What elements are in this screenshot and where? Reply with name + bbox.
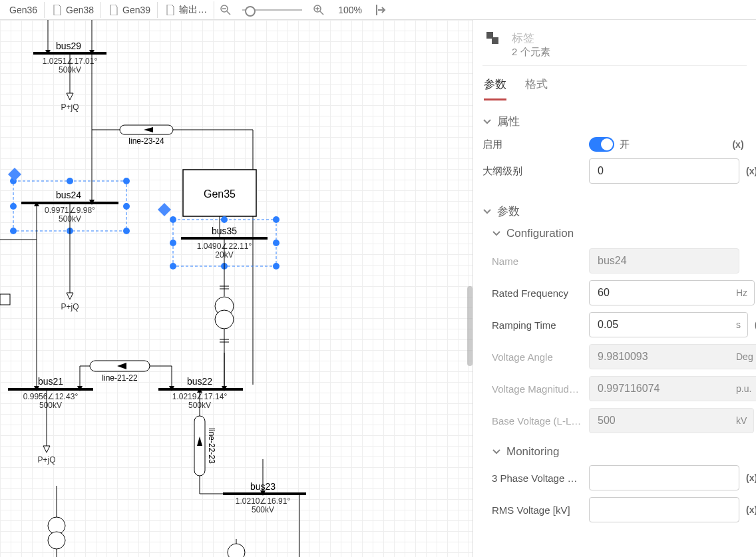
- bus21-val1: 0.9956∠12.43°: [23, 392, 79, 401]
- freq-label: Rated Frequency: [482, 287, 582, 299]
- gen35-label: Gen35: [204, 188, 236, 200]
- freq-input[interactable]: [596, 286, 732, 299]
- svg-point-43: [170, 263, 176, 270]
- bus24-load: P+jQ: [61, 302, 79, 311]
- zoom-slider[interactable]: [242, 9, 302, 11]
- svg-point-27: [10, 203, 17, 210]
- line-23-24-label: line-23-24: [128, 136, 164, 146]
- zoom-out-icon: [220, 4, 232, 16]
- svg-point-22: [67, 178, 73, 184]
- bus35-label: bus35: [212, 226, 237, 236]
- tab-gen36[interactable]: Gen36: [3, 2, 45, 18]
- zoom-label: 100%: [330, 5, 370, 15]
- chevron-down-icon: [482, 117, 492, 126]
- svg-point-42: [273, 216, 280, 223]
- svg-point-24: [10, 228, 17, 234]
- tab-gen39[interactable]: Gen39: [102, 2, 158, 18]
- ph3-label: 3 Phase Voltage Ve…: [482, 472, 582, 484]
- svg-marker-48: [158, 203, 171, 216]
- svg-point-85: [228, 544, 245, 557]
- freq-unit: Hz: [736, 287, 747, 298]
- bus29-load: P+jQ: [61, 102, 79, 112]
- file-icon: [53, 5, 62, 15]
- vbase-unit: kV: [736, 415, 747, 426]
- bus23-val2: 500kV: [252, 505, 274, 514]
- zoom-in-icon: [313, 4, 325, 16]
- diagram-canvas[interactable]: bus29 1.0251∠17.01° 500kV P+jQ line-23-2…: [0, 20, 472, 557]
- tab-output[interactable]: 输出…: [159, 1, 214, 19]
- reset-button[interactable]: (x): [746, 166, 756, 176]
- file-icon: [109, 5, 118, 15]
- svg-point-46: [170, 240, 176, 246]
- reset-button[interactable]: (x): [746, 472, 756, 483]
- bus21-load: P+jQ: [37, 455, 55, 464]
- section-params[interactable]: 参数: [482, 204, 747, 219]
- toolbar: Gen36 Gen38 Gen39 输出… 100%: [0, 0, 756, 20]
- rms-label: RMS Voltage [kV]: [482, 504, 582, 516]
- ramp-input[interactable]: [596, 318, 732, 331]
- panel-subtitle: 2 个元素: [512, 46, 550, 59]
- file-icon: [166, 5, 175, 15]
- multi-select-icon: [486, 31, 502, 47]
- svg-marker-59: [43, 446, 50, 453]
- svg-line-4: [320, 11, 323, 15]
- vmag-label: Voltage Magnitude …: [482, 383, 582, 395]
- bus29-label: bus29: [56, 41, 81, 51]
- fit-button[interactable]: [371, 3, 393, 17]
- svg-rect-80: [0, 294, 10, 305]
- section-attributes[interactable]: 属性: [482, 114, 747, 129]
- svg-marker-29: [8, 168, 21, 181]
- fit-icon: [375, 5, 389, 15]
- svg-point-28: [123, 203, 130, 210]
- chevron-down-icon: [492, 447, 501, 457]
- chevron-down-icon: [482, 207, 492, 216]
- bus24-label: bus24: [56, 190, 81, 200]
- tab-format[interactable]: 格式: [525, 70, 548, 100]
- svg-point-26: [123, 228, 130, 234]
- bus23-label: bus23: [250, 481, 276, 492]
- section-configuration[interactable]: Configuration: [492, 227, 747, 240]
- tab-parameters[interactable]: 参数: [484, 70, 506, 100]
- panel-title: 标签: [512, 31, 550, 46]
- zoom-in-button[interactable]: [309, 3, 329, 17]
- svg-point-40: [170, 216, 176, 223]
- panel-tabs: 参数 格式: [482, 66, 747, 100]
- line-21-22-label: line-21-22: [102, 373, 138, 383]
- outline-label: 大纲级别: [482, 165, 582, 178]
- bus21-label: bus21: [38, 376, 63, 387]
- link-icon: [746, 254, 747, 268]
- ramp-unit: s: [736, 319, 741, 330]
- name-label: Name: [482, 256, 582, 267]
- ramp-label: Ramping Time: [482, 319, 582, 331]
- enable-toggle[interactable]: 开: [589, 137, 630, 152]
- rms-input[interactable]: [596, 503, 732, 516]
- enable-label: 启用: [482, 138, 582, 151]
- vang-field: [596, 350, 732, 363]
- name-field: [596, 254, 732, 268]
- vmag-unit: p.u.: [736, 383, 751, 394]
- svg-point-83: [48, 532, 65, 549]
- chevron-down-icon: [492, 229, 501, 238]
- properties-panel: 标签 2 个元素 参数 格式 属性 启用 开 (x): [472, 20, 756, 557]
- section-monitoring[interactable]: Monitoring: [492, 445, 747, 459]
- bus24-node[interactable]: bus24 0.9971∠9.98° 500kV: [8, 168, 130, 234]
- svg-point-47: [273, 240, 280, 246]
- vbase-label: Base Voltage (L-L, …: [482, 415, 582, 427]
- vmag-field: [596, 382, 732, 395]
- svg-point-45: [273, 263, 280, 270]
- vang-label: Voltage Angle: [482, 351, 582, 363]
- vang-unit: Deg: [736, 351, 753, 362]
- tab-gen38[interactable]: Gen38: [46, 2, 101, 18]
- reset-button[interactable]: (x): [729, 139, 747, 150]
- bus23-val1: 1.0210∠16.91°: [236, 496, 291, 506]
- zoom-out-button[interactable]: [216, 3, 236, 17]
- ph3-input[interactable]: [596, 471, 732, 484]
- svg-point-53: [215, 310, 234, 329]
- outline-input[interactable]: [596, 164, 732, 178]
- vbase-field: [596, 414, 732, 427]
- svg-point-41: [221, 216, 228, 223]
- panel-header: 标签 2 个元素: [482, 20, 747, 66]
- line-22-23-label: line-22-23: [207, 428, 216, 464]
- reset-button[interactable]: (x): [746, 504, 756, 515]
- svg-point-23: [123, 178, 130, 184]
